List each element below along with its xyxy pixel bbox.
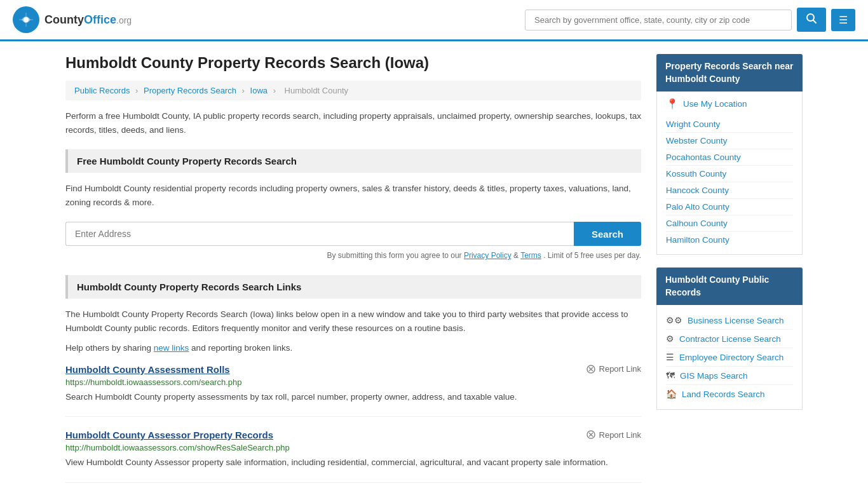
global-search-input[interactable]: [525, 10, 792, 30]
public-record-land: 🏠 Land Records Search: [666, 385, 793, 403]
free-search-header: Free Humboldt County Property Records Se…: [65, 149, 641, 173]
contractor-license-link[interactable]: Contractor License Search: [679, 334, 781, 344]
search-row: Search: [65, 222, 641, 246]
hamburger-menu-button[interactable]: ☰: [831, 9, 855, 31]
address-search-input[interactable]: [65, 222, 574, 246]
gis-maps-link[interactable]: GIS Maps Search: [680, 371, 748, 381]
public-record-business: ⚙⚙ Business License Search: [666, 311, 793, 330]
links-section-header: Humboldt County Property Records Search …: [65, 275, 641, 299]
record-entry: Humboldt County Assessment Rolls Report …: [65, 364, 641, 417]
report-icon-2: [586, 430, 596, 440]
gear-icon-2: ⚙: [666, 334, 674, 344]
sidebar: Property Records Search near Humboldt Co…: [656, 54, 803, 488]
links-description: The Humboldt County Property Records Sea…: [65, 308, 641, 335]
privacy-policy-link[interactable]: Privacy Policy: [464, 251, 512, 260]
breadcrumb: Public Records › Property Records Search…: [65, 81, 641, 100]
public-record-employee: ☰ Employee Directory Search: [666, 348, 793, 367]
form-note: By submitting this form you agree to our…: [65, 251, 641, 260]
record-header-2: Humboldt County Assessor Property Record…: [65, 430, 641, 440]
use-location-link[interactable]: Use My Location: [683, 99, 747, 109]
sidebar-link-palo-alto[interactable]: Palo Alto County: [666, 199, 793, 215]
sidebar-link-kossuth[interactable]: Kossuth County: [666, 166, 793, 182]
address-search-button[interactable]: Search: [574, 222, 641, 246]
logo-text: CountyOffice.org: [44, 13, 132, 27]
report-link-1[interactable]: Report Link: [586, 364, 641, 374]
terms-link[interactable]: Terms: [520, 251, 541, 260]
share-note: Help others by sharing new links and rep…: [65, 343, 641, 353]
land-icon: 🏠: [666, 389, 677, 399]
new-links-link[interactable]: new links: [154, 343, 189, 353]
business-license-link[interactable]: Business License Search: [688, 316, 784, 325]
links-section: Humboldt County Property Records Search …: [65, 275, 641, 482]
breadcrumb-humboldt: Humboldt County: [285, 86, 348, 95]
record-title-2[interactable]: Humboldt County Assessor Property Record…: [65, 430, 273, 440]
record-desc-1: Search Humboldt County property assessme…: [65, 390, 641, 404]
record-title-1[interactable]: Humboldt County Assessment Rolls: [65, 364, 230, 375]
public-records-body: ⚙⚙ Business License Search ⚙ Contractor …: [656, 305, 803, 410]
main-container: Humboldt County Property Records Search …: [53, 41, 815, 488]
record-header: Humboldt County Assessment Rolls Report …: [65, 364, 641, 375]
public-record-contractor: ⚙ Contractor License Search: [666, 330, 793, 348]
report-icon-1: [586, 364, 596, 374]
page-title: Humboldt County Property Records Search …: [65, 54, 641, 72]
sidebar-link-webster[interactable]: Webster County: [666, 133, 793, 149]
logo-area: CountyOffice.org: [13, 6, 132, 33]
nearby-body: 📍 Use My Location Wright County Webster …: [656, 92, 803, 255]
location-pin-icon: 📍: [666, 98, 679, 110]
sidebar-link-hamilton[interactable]: Hamilton County: [666, 232, 793, 248]
use-my-location[interactable]: 📍 Use My Location: [666, 98, 793, 110]
header-search-area: ☰: [525, 8, 855, 32]
page-description: Perform a free Humboldt County, IA publi…: [65, 109, 641, 137]
land-records-link[interactable]: Land Records Search: [682, 390, 765, 399]
sidebar-link-wright[interactable]: Wright County: [666, 116, 793, 133]
nearby-section: Property Records Search near Humboldt Co…: [656, 54, 803, 255]
breadcrumb-property-records[interactable]: Property Records Search: [144, 86, 236, 95]
nearby-header: Property Records Search near Humboldt Co…: [656, 54, 803, 92]
record-url-1: https://humboldt.iowaassessors.com/searc…: [65, 377, 641, 387]
public-records-section: Humboldt County Public Records ⚙⚙ Busine…: [656, 268, 803, 410]
global-search-button[interactable]: [797, 8, 826, 32]
sidebar-link-hancock[interactable]: Hancock County: [666, 182, 793, 199]
gear-icon-1: ⚙⚙: [666, 315, 682, 325]
free-search-description: Find Humboldt County residential propert…: [65, 182, 641, 209]
sidebar-link-pocahontas[interactable]: Pocahontas County: [666, 149, 793, 166]
public-records-header: Humboldt County Public Records: [656, 268, 803, 305]
record-url-2: http://humboldt.iowaassessors.com/showRe…: [65, 443, 641, 452]
header: CountyOffice.org ☰: [0, 0, 868, 41]
svg-line-3: [813, 20, 817, 24]
breadcrumb-public-records[interactable]: Public Records: [74, 86, 130, 95]
record-entry-2: Humboldt County Assessor Property Record…: [65, 430, 641, 483]
map-icon: 🗺: [666, 370, 675, 381]
sidebar-link-calhoun[interactable]: Calhoun County: [666, 215, 793, 232]
address-search-form: Search By submitting this form you agree…: [65, 222, 641, 260]
list-icon: ☰: [666, 352, 674, 362]
logo-icon: [13, 6, 39, 33]
employee-directory-link[interactable]: Employee Directory Search: [679, 353, 783, 362]
report-link-2[interactable]: Report Link: [586, 430, 641, 440]
record-desc-2: View Humboldt County Assessor property s…: [65, 456, 641, 470]
content-area: Humboldt County Property Records Search …: [65, 54, 641, 488]
public-record-gis: 🗺 GIS Maps Search: [666, 367, 793, 385]
breadcrumb-iowa[interactable]: Iowa: [250, 86, 268, 95]
